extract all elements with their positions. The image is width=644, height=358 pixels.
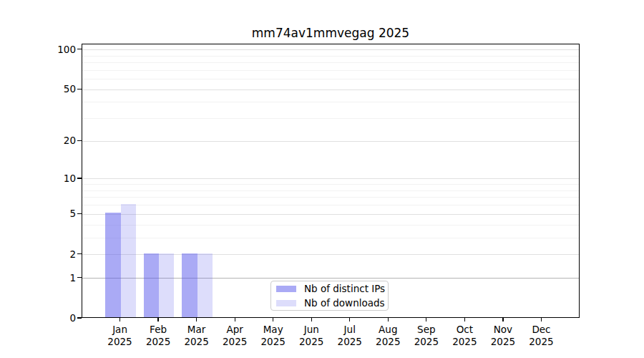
legend-item-distinct-ips: Nb of distinct IPs <box>276 283 383 295</box>
y-tick-label-10: 10 <box>43 172 76 185</box>
gridline-minor-6 <box>82 205 579 205</box>
bar-downloads-mar-2025 <box>197 253 213 317</box>
plot-area <box>82 44 580 318</box>
chart-title: mm74av1mmvegag 2025 <box>82 26 580 40</box>
x-tick-mark-mar <box>196 318 197 321</box>
bar-downloads-jan-2025 <box>121 204 136 317</box>
gridline-minor-9 <box>82 184 579 185</box>
legend-swatch-downloads <box>276 300 296 306</box>
y-tick-mark-20 <box>77 140 82 141</box>
gridline-minor-3 <box>82 238 579 238</box>
legend: Nb of distinct IPs Nb of downloads <box>270 281 389 311</box>
legend-swatch-distinct-ips <box>276 286 296 292</box>
x-tick-mark-jan <box>119 318 120 321</box>
x-tick-mark-apr <box>235 318 235 321</box>
x-tick-label-dec: Dec2025 <box>518 324 564 348</box>
gridline-major-100 <box>82 49 579 50</box>
y-tick-label-0: 0 <box>43 311 76 324</box>
bar-downloads-feb-2025 <box>159 253 174 317</box>
y-tick-label-20: 20 <box>43 134 76 147</box>
gridline-minor-90 <box>82 56 579 57</box>
x-tick-mark-feb <box>157 318 158 321</box>
legend-label-distinct-ips: Nb of distinct IPs <box>304 283 385 295</box>
gridline-major-50 <box>82 90 579 90</box>
y-tick-mark-2 <box>77 253 82 254</box>
y-tick-mark-1 <box>77 277 82 278</box>
y-tick-label-5: 5 <box>43 207 76 220</box>
gridline-major-5 <box>82 214 579 215</box>
y-tick-label-2: 2 <box>43 248 76 261</box>
y-tick-mark-50 <box>77 89 82 90</box>
y-tick-mark-10 <box>77 178 82 178</box>
gridline-minor-70 <box>82 70 579 71</box>
gridline-minor-7 <box>82 197 579 198</box>
y-tick-label-100: 100 <box>43 43 76 56</box>
bar-distinct-ips-jan-2025 <box>105 213 120 317</box>
x-tick-mark-jun <box>311 318 312 321</box>
legend-label-downloads: Nb of downloads <box>304 297 385 309</box>
x-tick-mark-aug <box>388 318 389 321</box>
y-tick-label-50: 50 <box>43 82 76 95</box>
x-tick-mark-oct <box>464 318 465 321</box>
gridline-minor-80 <box>82 62 579 63</box>
gridline-minor-60 <box>82 79 579 79</box>
x-tick-mark-nov <box>502 318 503 321</box>
x-tick-mark-dec <box>541 318 542 321</box>
y-tick-mark-100 <box>77 49 82 49</box>
bar-distinct-ips-mar-2025 <box>182 253 197 317</box>
gridline-minor-40 <box>82 102 579 102</box>
gridline-minor-4 <box>82 225 579 226</box>
x-tick-mark-sep <box>426 318 426 321</box>
gridline-major-20 <box>82 141 579 142</box>
y-tick-label-1: 1 <box>43 271 76 284</box>
gridline-major-10 <box>82 178 579 179</box>
figure: mm74av1mmvegag 2025 0125102050100 Jan202… <box>0 0 644 358</box>
gridline-minor-30 <box>82 118 579 119</box>
gridline-minor-8 <box>82 190 579 191</box>
y-tick-mark-0 <box>77 317 82 318</box>
x-tick-mark-may <box>273 318 273 321</box>
legend-item-downloads: Nb of downloads <box>276 297 383 309</box>
y-tick-mark-5 <box>77 213 82 214</box>
x-tick-mark-jul <box>349 318 350 321</box>
bar-distinct-ips-feb-2025 <box>144 253 159 317</box>
